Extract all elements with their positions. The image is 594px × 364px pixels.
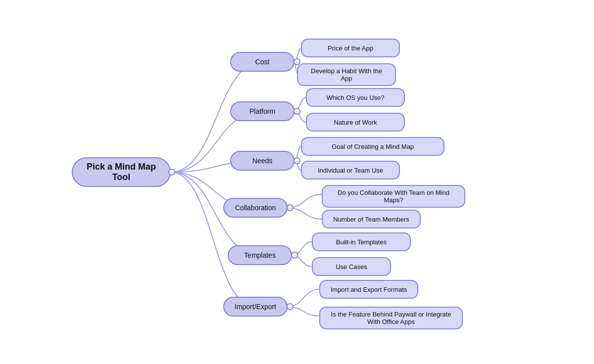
leaf-node-4: Goal of Creating a Mind Map xyxy=(301,137,445,156)
root-node: Pick a Mind Map Tool xyxy=(72,157,171,187)
root-collapse-dot[interactable]: – xyxy=(168,169,175,176)
leaf-node-11: Is the Feature Behind Paywall or Integra… xyxy=(319,307,463,329)
branch-collaboration: Collaboration xyxy=(223,198,288,218)
collapse-dot-collaboration[interactable]: – xyxy=(287,204,294,211)
leaf-node-0: Price of the App xyxy=(301,39,400,57)
leaf-node-9: Use Cases xyxy=(312,257,391,276)
collapse-dot-templates[interactable]: – xyxy=(291,252,298,259)
leaf-node-10: Import and Export Formats xyxy=(319,280,418,299)
branch-needs: Needs xyxy=(230,151,295,171)
branch-platform: Platform xyxy=(230,101,295,121)
collapse-dot-platform[interactable]: – xyxy=(294,108,300,115)
leaf-node-8: Built-in Templates xyxy=(312,232,411,251)
leaf-node-1: Develop a Habit With the App xyxy=(297,63,396,86)
collapse-dot-importexport[interactable]: – xyxy=(287,303,294,310)
leaf-node-3: Nature of Work xyxy=(306,113,405,132)
branch-templates: Templates xyxy=(228,245,292,265)
leaf-node-6: Do you Collaborate With Team on Mind Map… xyxy=(322,185,465,208)
collapse-dot-needs[interactable]: – xyxy=(294,157,300,164)
root-label: Pick a Mind Map Tool xyxy=(80,162,163,182)
branch-importexport: Import/Export xyxy=(223,297,288,317)
leaf-node-5: Individual or Team Use xyxy=(301,161,400,180)
branch-cost: Cost xyxy=(230,52,295,72)
leaf-node-2: Which OS you Use? xyxy=(306,88,405,107)
leaf-node-7: Number of Team Members xyxy=(322,210,421,228)
